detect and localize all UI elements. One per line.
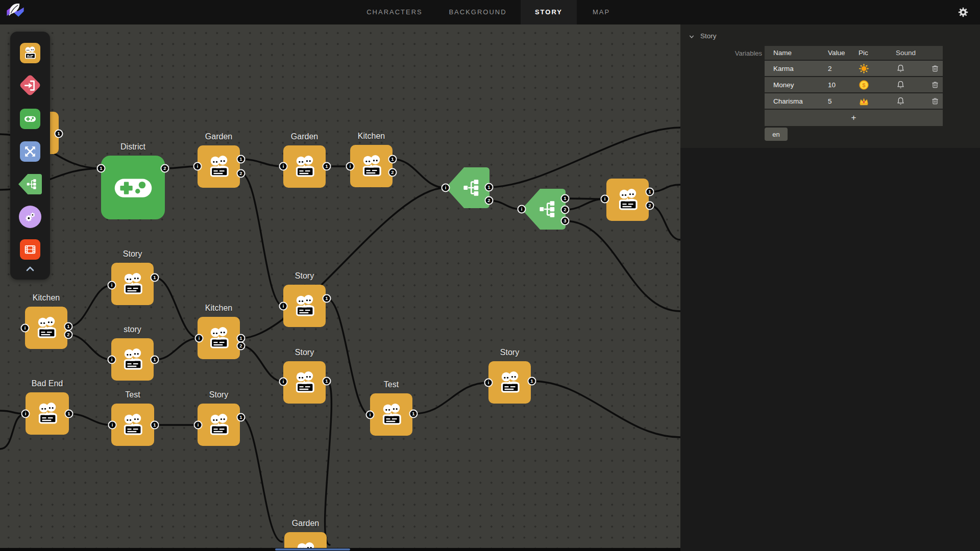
port-1-story-midtop[interactable]: 1 <box>323 294 331 303</box>
col-header-value: Value <box>820 49 851 57</box>
scene-icon <box>206 154 232 180</box>
port-1-district[interactable]: 1 <box>97 164 106 173</box>
port-2-kitchen-left[interactable]: 2 <box>64 331 73 339</box>
col-header-name: Name <box>765 49 820 57</box>
port-3-branch-2[interactable]: 3 <box>561 217 570 226</box>
node-story-right[interactable] <box>488 361 531 404</box>
tool-branch-node-tool[interactable] <box>18 174 42 194</box>
node-scene-right[interactable] <box>606 179 649 221</box>
port-2-scene-right[interactable]: 2 <box>646 202 654 210</box>
port-i-kitchen-left[interactable]: i <box>21 324 30 333</box>
port-2-district[interactable]: 2 <box>161 164 169 173</box>
port-i-test-left[interactable]: i <box>108 421 117 430</box>
port-1-story-right[interactable]: 1 <box>528 377 536 386</box>
tab-map[interactable]: MAP <box>580 0 623 24</box>
port-i-story-lower[interactable]: i <box>108 356 116 364</box>
port-i-story-mid[interactable]: i <box>279 378 288 386</box>
node-kitchen-top[interactable] <box>350 145 393 187</box>
node-bad-end[interactable] <box>26 392 69 435</box>
node-test-mid[interactable] <box>370 393 412 436</box>
node-story-upper[interactable] <box>111 263 154 305</box>
node-story-lower[interactable] <box>111 338 154 381</box>
port-i-story-right[interactable]: i <box>484 379 493 387</box>
port-1-story-bottom[interactable]: 1 <box>237 413 246 422</box>
tab-background[interactable]: BACKGROUND <box>446 0 509 24</box>
node-story-mid[interactable] <box>283 361 326 404</box>
port-1-branch-2[interactable]: 1 <box>561 194 570 203</box>
node-district[interactable] <box>101 156 165 219</box>
trash-icon <box>930 64 940 73</box>
collapse-story-chevron-down-icon[interactable] <box>688 33 696 41</box>
port-1-story-lower[interactable]: 1 <box>151 356 159 364</box>
tool-scene-node-tool[interactable] <box>20 43 40 63</box>
node-story-bottom[interactable] <box>198 404 240 446</box>
scene-icon <box>615 187 641 213</box>
port-1-garden-2[interactable]: 1 <box>323 162 331 171</box>
port-i-scene-right[interactable]: i <box>601 195 609 204</box>
port-i-kitchen-mid[interactable]: i <box>195 334 204 343</box>
port-1-bad-end[interactable]: 1 <box>65 410 74 418</box>
horizontal-scrollbar[interactable] <box>0 548 680 551</box>
port-1-story-mid[interactable]: 1 <box>323 377 331 386</box>
port-1-kitchen-left[interactable]: 1 <box>64 322 73 331</box>
node-garden-2[interactable] <box>283 145 326 188</box>
node-kitchen-left[interactable] <box>25 307 67 349</box>
node-label: Story <box>500 348 519 357</box>
tool-move-node-tool[interactable] <box>20 141 40 162</box>
language-button[interactable]: en <box>765 128 788 141</box>
port-i-story-upper[interactable]: i <box>108 281 116 290</box>
port-i-garden-2[interactable]: i <box>279 162 288 171</box>
port-2-garden-1[interactable]: 2 <box>237 169 246 178</box>
port-1-kitchen-top[interactable]: 1 <box>388 155 397 164</box>
port-1-garden-1[interactable]: 1 <box>237 155 246 164</box>
tool-exit-node-tool[interactable] <box>19 74 41 96</box>
scene-icon <box>119 412 146 438</box>
edge <box>0 414 26 449</box>
collapse-toolbar-chevron-up-icon[interactable] <box>24 263 36 275</box>
port-i-bad-end[interactable]: i <box>21 410 30 418</box>
col-header-pic: Pic <box>851 49 891 57</box>
port-2-kitchen-mid[interactable]: 2 <box>237 342 246 350</box>
port-i-test-mid[interactable]: i <box>366 411 375 419</box>
node-kitchen-mid[interactable] <box>198 317 240 359</box>
edge <box>650 185 680 192</box>
port-i-branch-2[interactable]: i <box>518 205 526 214</box>
scene-icon <box>378 402 405 428</box>
port-i-garden-1[interactable]: i <box>193 162 202 171</box>
port-1-branch-1[interactable]: 1 <box>485 183 494 192</box>
trash-icon <box>930 96 940 106</box>
tab-story[interactable]: STORY <box>521 0 577 24</box>
horizontal-scrollbar-thumb[interactable] <box>275 548 350 550</box>
add-variable-button[interactable]: + <box>765 110 943 126</box>
tool-logic-node-tool[interactable] <box>19 206 41 228</box>
scene-icon <box>358 153 385 180</box>
port-i-kitchen-top[interactable]: i <box>346 162 355 171</box>
tool-movie-node-tool[interactable] <box>20 239 40 260</box>
port-1-test-left[interactable]: 1 <box>151 421 159 430</box>
node-garden-1[interactable] <box>198 145 240 188</box>
edge <box>650 206 680 240</box>
port-2-branch-2[interactable]: 2 <box>561 206 570 214</box>
port-1-story-upper[interactable]: 1 <box>151 273 159 282</box>
signin-icon <box>23 79 37 92</box>
port-i-story-midtop[interactable]: i <box>279 302 288 311</box>
variable-value[interactable]: 5 <box>820 97 851 105</box>
port-1-scene-right[interactable]: 1 <box>646 188 654 196</box>
node-test-left[interactable] <box>111 404 154 446</box>
story-graph-canvas[interactable]: 1District12Gardeni12Gardeni1Kitcheni12i1… <box>0 24 680 551</box>
tab-characters[interactable]: CHARACTERS <box>364 0 425 24</box>
variable-row-money: Money10 <box>765 77 943 92</box>
port-i-branch-1[interactable]: i <box>442 184 450 192</box>
tool-game-node-tool[interactable] <box>20 109 40 129</box>
app-logo-quill-icon[interactable] <box>4 2 27 23</box>
scene-icon <box>206 325 232 352</box>
variable-value[interactable]: 2 <box>820 65 851 72</box>
port-1-test-mid[interactable]: 1 <box>409 410 418 418</box>
port-i-story-bottom[interactable]: i <box>194 421 203 430</box>
variable-value[interactable]: 10 <box>820 81 851 89</box>
port-2-branch-1[interactable]: 2 <box>485 196 494 205</box>
port-2-kitchen-top[interactable]: 2 <box>388 168 397 177</box>
node-story-midtop[interactable] <box>283 285 326 327</box>
port-1-hidden-left[interactable]: 1 <box>55 130 63 138</box>
settings-gear-icon[interactable] <box>958 7 969 18</box>
